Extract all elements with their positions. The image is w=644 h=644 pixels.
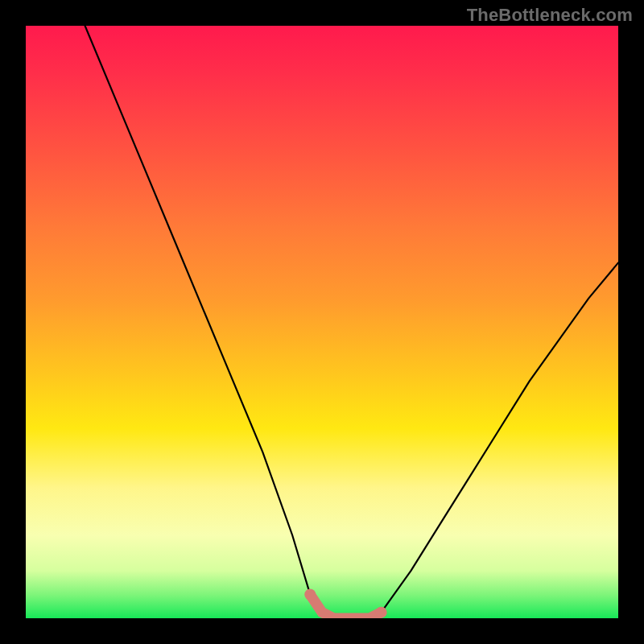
trough-highlight	[310, 595, 381, 618]
watermark-text: TheBottleneck.com	[467, 5, 633, 26]
curve-layer	[26, 26, 618, 618]
chart-frame: TheBottleneck.com	[0, 0, 644, 644]
trough-endpoint-right	[376, 607, 387, 618]
plot-area	[26, 26, 618, 618]
trough-endpoint-left	[304, 589, 316, 601]
bottleneck-curve	[85, 26, 618, 618]
